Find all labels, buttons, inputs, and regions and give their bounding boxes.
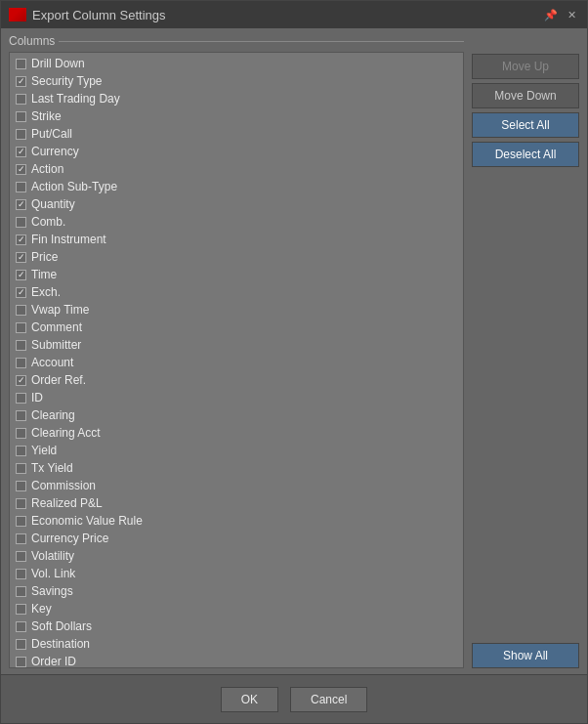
column-checkbox[interactable] bbox=[16, 270, 26, 280]
column-item[interactable]: Order ID bbox=[10, 653, 463, 668]
column-item[interactable]: Price bbox=[10, 248, 463, 266]
column-checkbox[interactable] bbox=[16, 234, 26, 245]
column-checkbox[interactable] bbox=[16, 446, 26, 456]
column-checkbox[interactable] bbox=[16, 217, 26, 228]
column-item[interactable]: Currency bbox=[10, 143, 463, 160]
column-item[interactable]: Drill Down bbox=[10, 55, 463, 72]
bottom-bar: OK Cancel bbox=[1, 674, 587, 723]
dialog-title: Export Column Settings bbox=[32, 8, 166, 22]
column-checkbox[interactable] bbox=[16, 481, 26, 491]
column-checkbox[interactable] bbox=[16, 182, 26, 192]
column-checkbox[interactable] bbox=[16, 59, 26, 69]
column-item[interactable]: Clearing bbox=[10, 406, 463, 424]
column-checkbox[interactable] bbox=[16, 129, 26, 140]
content-area: Columns Drill DownSecurity TypeLast Trad… bbox=[1, 28, 587, 674]
column-checkbox[interactable] bbox=[16, 358, 26, 368]
column-checkbox[interactable] bbox=[16, 569, 26, 579]
column-label: Fin Instrument bbox=[31, 233, 106, 246]
column-item[interactable]: Savings bbox=[10, 582, 463, 600]
column-item[interactable]: Time bbox=[10, 266, 463, 283]
close-button[interactable]: ✕ bbox=[565, 9, 579, 21]
deselect-all-button[interactable]: Deselect All bbox=[472, 142, 579, 167]
column-checkbox[interactable] bbox=[16, 657, 26, 667]
title-bar-left: Export Column Settings bbox=[9, 8, 166, 22]
column-checkbox[interactable] bbox=[16, 463, 26, 474]
column-checkbox[interactable] bbox=[16, 393, 26, 404]
cancel-button[interactable]: Cancel bbox=[290, 687, 367, 712]
column-item[interactable]: ID bbox=[10, 389, 463, 406]
column-checkbox[interactable] bbox=[16, 516, 26, 527]
column-item[interactable]: Strike bbox=[10, 107, 463, 125]
column-item[interactable]: Comment bbox=[10, 319, 463, 336]
column-item[interactable]: Comb. bbox=[10, 213, 463, 231]
column-checkbox[interactable] bbox=[16, 498, 26, 509]
column-checkbox[interactable] bbox=[16, 533, 26, 544]
column-label: Volatility bbox=[31, 549, 74, 563]
column-checkbox[interactable] bbox=[16, 639, 26, 650]
column-checkbox[interactable] bbox=[16, 322, 26, 333]
column-item[interactable]: Vwap Time bbox=[10, 301, 463, 319]
column-item[interactable]: Yield bbox=[10, 442, 463, 459]
column-checkbox[interactable] bbox=[16, 287, 26, 298]
column-checkbox[interactable] bbox=[16, 76, 26, 87]
column-checkbox[interactable] bbox=[16, 340, 26, 351]
column-checkbox[interactable] bbox=[16, 147, 26, 157]
column-checkbox[interactable] bbox=[16, 551, 26, 562]
column-label: Vwap Time bbox=[31, 303, 89, 317]
column-checkbox[interactable] bbox=[16, 164, 26, 175]
column-item[interactable]: Tx Yield bbox=[10, 459, 463, 477]
move-up-button[interactable]: Move Up bbox=[472, 54, 579, 79]
right-panel: Move Up Move Down Select All Deselect Al… bbox=[472, 34, 579, 668]
column-label: Soft Dollars bbox=[31, 619, 92, 633]
column-label: Last Trading Day bbox=[31, 92, 120, 106]
column-item[interactable]: Clearing Acct bbox=[10, 424, 463, 442]
column-label: Comment bbox=[31, 320, 82, 334]
ok-button[interactable]: OK bbox=[221, 687, 278, 712]
column-item[interactable]: Action Sub-Type bbox=[10, 178, 463, 195]
column-checkbox[interactable] bbox=[16, 410, 26, 421]
column-label: Destination bbox=[31, 637, 90, 651]
column-item[interactable]: Put/Call bbox=[10, 125, 463, 143]
column-item[interactable]: Realized P&L bbox=[10, 494, 463, 512]
column-item[interactable]: Account bbox=[10, 354, 463, 371]
column-item[interactable]: Action bbox=[10, 160, 463, 178]
column-item[interactable]: Quantity bbox=[10, 195, 463, 213]
column-label: Realized P&L bbox=[31, 496, 103, 510]
column-checkbox[interactable] bbox=[16, 375, 26, 386]
column-checkbox[interactable] bbox=[16, 199, 26, 210]
column-checkbox[interactable] bbox=[16, 586, 26, 597]
column-item[interactable]: Submitter bbox=[10, 336, 463, 354]
column-item[interactable]: Vol. Link bbox=[10, 565, 463, 582]
column-checkbox[interactable] bbox=[16, 111, 26, 122]
column-item[interactable]: Volatility bbox=[10, 547, 463, 565]
column-checkbox[interactable] bbox=[16, 94, 26, 105]
show-all-button[interactable]: Show All bbox=[472, 643, 579, 668]
column-item[interactable]: Last Trading Day bbox=[10, 90, 463, 107]
column-item[interactable]: Soft Dollars bbox=[10, 618, 463, 635]
column-item[interactable]: Exch. bbox=[10, 283, 463, 301]
column-label: Order Ref. bbox=[31, 373, 86, 387]
column-checkbox[interactable] bbox=[16, 305, 26, 316]
column-item[interactable]: Security Type bbox=[10, 72, 463, 90]
columns-list: Drill DownSecurity TypeLast Trading DayS… bbox=[10, 53, 463, 668]
column-item[interactable]: Currency Price bbox=[10, 530, 463, 547]
move-down-button[interactable]: Move Down bbox=[472, 83, 579, 108]
column-item[interactable]: Key bbox=[10, 600, 463, 618]
column-checkbox[interactable] bbox=[16, 252, 26, 263]
column-checkbox[interactable] bbox=[16, 604, 26, 615]
column-item[interactable]: Commission bbox=[10, 477, 463, 494]
column-item[interactable]: Order Ref. bbox=[10, 371, 463, 389]
column-label: Comb. bbox=[31, 215, 65, 229]
column-item[interactable]: Destination bbox=[10, 635, 463, 653]
column-checkbox[interactable] bbox=[16, 621, 26, 632]
column-label: Yield bbox=[31, 444, 57, 457]
column-item[interactable]: Economic Value Rule bbox=[10, 512, 463, 530]
columns-list-container[interactable]: Drill DownSecurity TypeLast Trading DayS… bbox=[9, 52, 464, 668]
pin-button[interactable]: 📌 bbox=[541, 9, 561, 21]
select-all-button[interactable]: Select All bbox=[472, 112, 579, 138]
column-checkbox[interactable] bbox=[16, 428, 26, 439]
column-label: Quantity bbox=[31, 197, 75, 211]
column-item[interactable]: Fin Instrument bbox=[10, 231, 463, 248]
column-label: Clearing Acct bbox=[31, 426, 101, 440]
column-label: Vol. Link bbox=[31, 567, 75, 580]
